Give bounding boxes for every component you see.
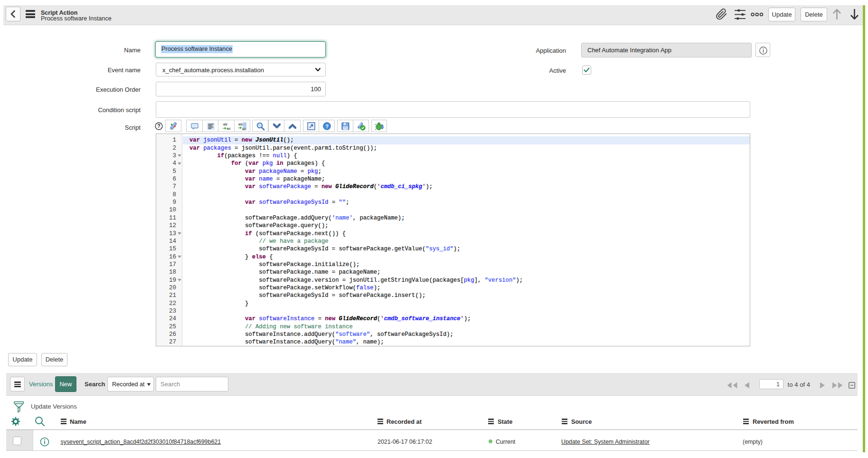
svg-text:ac: ac <box>227 126 231 131</box>
svg-text:?: ? <box>157 123 160 129</box>
svg-text:ab: ab <box>238 122 243 126</box>
svg-text:?: ? <box>325 124 329 129</box>
svg-text:ac: ac <box>242 127 246 131</box>
svg-text:ab: ab <box>223 122 227 126</box>
